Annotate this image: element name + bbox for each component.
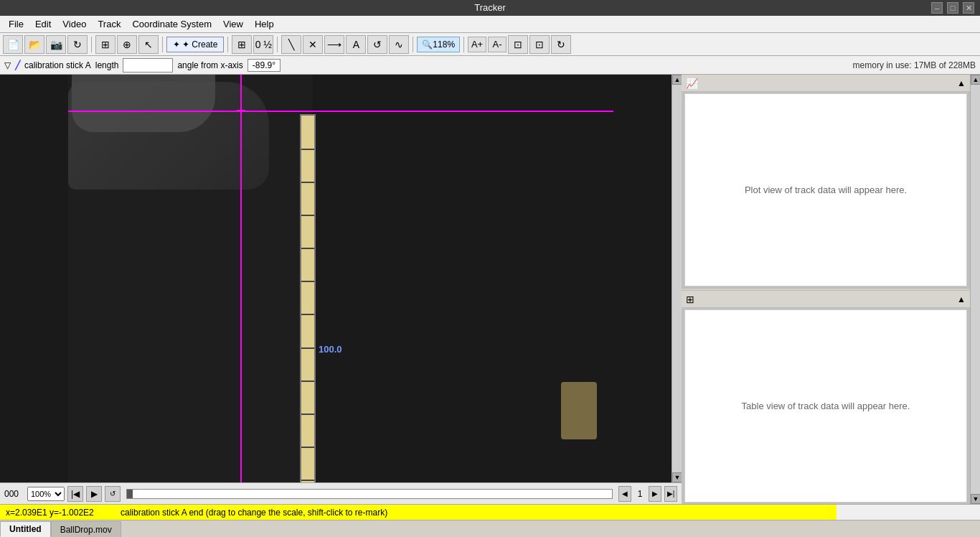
- ruler-tick: [301, 314, 314, 315]
- ruler-tick: [301, 281, 314, 282]
- tab-balldrop-label: BallDrop.mov: [60, 525, 112, 535]
- refresh2-button[interactable]: ↻: [551, 35, 571, 54]
- ruler-tick: [301, 215, 314, 216]
- zoom-display[interactable]: 🔍 118%: [417, 37, 460, 52]
- ruler-tick: [301, 182, 314, 183]
- zoom-value: 118%: [433, 39, 455, 50]
- new-button[interactable]: 📄: [3, 35, 23, 54]
- capture-button[interactable]: 📷: [46, 35, 66, 54]
- tab-untitled[interactable]: Untitled: [0, 521, 51, 537]
- sep5: [413, 37, 413, 52]
- bright-object: [561, 382, 597, 439]
- left-area: 100.0 ▲ ▼: [0, 75, 682, 504]
- plot-expand-button[interactable]: ▲: [957, 78, 966, 88]
- create-button[interactable]: ✦ ✦ Create: [166, 37, 224, 52]
- arrow-button[interactable]: ↖: [138, 35, 159, 54]
- tabs-bar: Untitled BallDrop.mov: [0, 520, 980, 537]
- menu-file[interactable]: File: [3, 17, 29, 31]
- menu-help[interactable]: Help: [249, 17, 280, 31]
- refresh-button[interactable]: ↻: [67, 35, 88, 54]
- play-button[interactable]: ▶: [86, 486, 102, 502]
- track-button4[interactable]: A: [346, 35, 366, 54]
- timeline[interactable]: [126, 489, 613, 499]
- calib-horizontal-line: [68, 111, 613, 112]
- plot-content: Plot view of track data will appear here…: [684, 93, 967, 286]
- table-section: ⊞ ▲ Table view of track data will appear…: [682, 291, 970, 504]
- tab-balldrop[interactable]: BallDrop.mov: [51, 521, 121, 537]
- ruler-tick: [301, 414, 314, 415]
- font-smaller-button[interactable]: A-: [488, 37, 507, 52]
- status-coords: x=2.039E1 y=-1.002E2: [0, 505, 115, 520]
- track-button2[interactable]: ✕: [303, 35, 323, 54]
- video-panel[interactable]: 100.0 ▲ ▼: [0, 75, 682, 482]
- right-scroll-down[interactable]: ▼: [971, 494, 980, 504]
- track-button6[interactable]: ∿: [389, 35, 409, 54]
- skip-end-button[interactable]: ▶|: [664, 486, 677, 502]
- open-button[interactable]: 📂: [24, 35, 44, 54]
- step-forward-button[interactable]: ▶: [649, 486, 661, 502]
- calib-stick-label: 100.0: [319, 344, 342, 355]
- right-area: 📈 ▲ Plot view of track data will appear …: [682, 75, 980, 504]
- video-controls: 000 100% 50% 200% |◀ ▶ ↺ ◀ 1 ▶ ▶|: [0, 482, 682, 504]
- ruler-tick: [301, 380, 314, 382]
- frame-number: 1: [634, 489, 646, 499]
- zoom-select[interactable]: 100% 50% 200%: [27, 487, 65, 501]
- memory-label: memory in use: 17MB of 228MB: [853, 60, 976, 70]
- right-scroll-track: [971, 85, 980, 494]
- menu-edit[interactable]: Edit: [29, 17, 57, 31]
- menu-coordinate-system[interactable]: Coordinate System: [126, 17, 217, 31]
- close-button[interactable]: ✕: [963, 2, 974, 14]
- maximize-button[interactable]: □: [947, 2, 958, 14]
- font-larger-button[interactable]: A+: [468, 37, 486, 52]
- app: Tracker – □ ✕ File Edit Video Track Coor…: [0, 0, 980, 537]
- content-area: 100.0 ▲ ▼: [0, 75, 980, 504]
- menubar: File Edit Video Track Coordinate System …: [0, 16, 980, 33]
- plot-icon: 📈: [686, 78, 698, 89]
- track-button3[interactable]: ⟶: [324, 35, 344, 54]
- points2-button[interactable]: 0 ½: [253, 35, 273, 54]
- table-button[interactable]: ⊞: [95, 35, 116, 54]
- right-panels: 📈 ▲ Plot view of track data will appear …: [682, 75, 970, 504]
- hand-silhouette: [72, 75, 215, 132]
- menu-view[interactable]: View: [217, 17, 249, 31]
- table-expand-button[interactable]: ▲: [957, 294, 966, 304]
- status-message: calibration stick A end (drag to change …: [115, 505, 837, 520]
- statusbar: x=2.039E1 y=-1.002E2 calibration stick A…: [0, 504, 980, 520]
- frame-counter: 000: [4, 489, 24, 499]
- calibration-bar: ▽ ╱ calibration stick A length 100.0 ang…: [0, 56, 980, 75]
- timeline-thumb: [127, 490, 133, 498]
- layout-button2[interactable]: ⊡: [529, 35, 550, 54]
- coords-button[interactable]: ⊕: [117, 35, 137, 54]
- length-input[interactable]: 100.0: [123, 58, 173, 73]
- calib-name-label: calibration stick A: [24, 60, 91, 70]
- ruler-tick: [301, 149, 314, 150]
- scroll-down-button[interactable]: ▼: [672, 472, 682, 482]
- calib-vertical-line: [240, 75, 242, 482]
- plot-header: 📈 ▲: [682, 75, 970, 92]
- ruler-tick: [301, 248, 314, 249]
- plot-placeholder: Plot view of track data will appear here…: [730, 170, 921, 210]
- calib-dropdown[interactable]: ▽: [4, 60, 11, 70]
- app-title: Tracker: [474, 2, 506, 13]
- points-button[interactable]: ⊞: [232, 35, 252, 54]
- track-button1[interactable]: ╲: [281, 35, 301, 54]
- track-button5[interactable]: ↺: [367, 35, 387, 54]
- menu-track[interactable]: Track: [92, 17, 126, 31]
- sep1: [91, 37, 92, 52]
- skip-start-button[interactable]: |◀: [67, 486, 83, 502]
- table-icon: ⊞: [686, 294, 694, 305]
- scroll-up-button[interactable]: ▲: [672, 75, 682, 85]
- menu-video[interactable]: Video: [57, 17, 92, 31]
- minimize-button[interactable]: –: [931, 2, 943, 14]
- scroll-track: [672, 85, 682, 472]
- right-dark: [352, 75, 682, 482]
- loop-button[interactable]: ↺: [105, 486, 121, 502]
- right-scroll-up[interactable]: ▲: [971, 75, 980, 85]
- ruler-tick: [301, 480, 314, 481]
- layout-button1[interactable]: ⊡: [508, 35, 528, 54]
- step-back-button[interactable]: ◀: [618, 486, 631, 502]
- ruler-bar: [300, 114, 316, 482]
- table-header: ⊞ ▲: [682, 291, 970, 308]
- sep4: [277, 37, 278, 52]
- plot-section: 📈 ▲ Plot view of track data will appear …: [682, 75, 970, 288]
